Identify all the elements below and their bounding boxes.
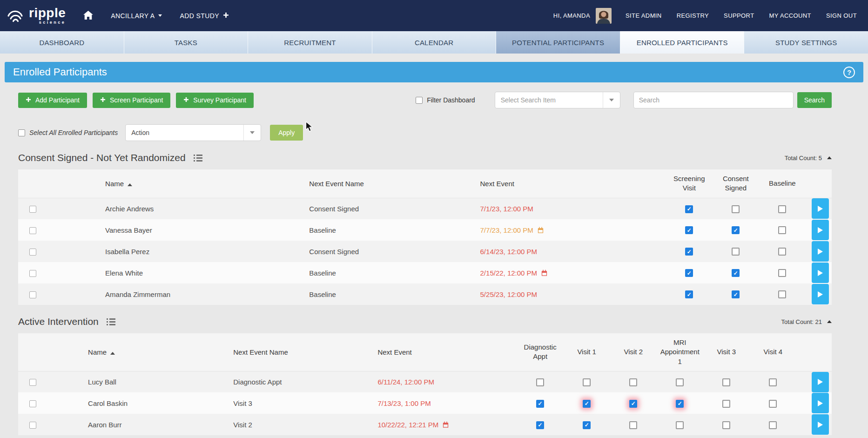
check-visit-4[interactable] — [769, 421, 777, 429]
row-select-checkbox[interactable] — [29, 422, 36, 429]
column-header-diagnostic-appt[interactable]: Diagnostic Appt — [517, 333, 564, 371]
check-baseline[interactable] — [778, 226, 786, 234]
check-visit-3[interactable] — [722, 378, 730, 386]
action-select[interactable]: Action — [125, 124, 261, 141]
open-participant-button[interactable] — [812, 414, 829, 435]
help-icon[interactable]: ? — [843, 67, 855, 78]
row-select-checkbox[interactable] — [29, 270, 36, 277]
user-avatar[interactable] — [596, 8, 612, 24]
column-header-next-event-name[interactable]: Next Event Name — [229, 333, 374, 371]
check-visit-4[interactable] — [769, 378, 777, 386]
row-select-checkbox[interactable] — [29, 400, 36, 407]
check-visit-1[interactable] — [583, 421, 591, 429]
screen-participant-button[interactable]: Screen Participant — [93, 93, 170, 108]
topnav-link-support[interactable]: SUPPORT — [724, 12, 754, 19]
check-baseline[interactable] — [778, 290, 786, 298]
filter-dashboard-toggle[interactable]: Filter Dashboard — [416, 96, 475, 104]
column-header-name[interactable]: Name — [87, 333, 229, 371]
check-visit-2[interactable] — [629, 421, 637, 429]
check-screening-visit[interactable] — [685, 269, 693, 277]
check-consent-signed[interactable] — [732, 269, 740, 277]
open-participant-button[interactable] — [812, 263, 829, 283]
check-screening-visit[interactable] — [685, 248, 693, 256]
open-participant-button[interactable] — [812, 198, 829, 219]
column-header-consent-signed[interactable]: Consent Signed — [713, 169, 759, 198]
select-all-checkbox[interactable] — [18, 129, 25, 136]
survey-participant-button[interactable]: Survey Participant — [176, 93, 254, 108]
check-visit-2[interactable] — [629, 400, 637, 408]
topnav-link-site-admin[interactable]: SITE ADMIN — [626, 12, 662, 19]
next-event-date[interactable]: 6/11/24, 12:00 PM — [377, 378, 434, 386]
add-participant-button[interactable]: Add Participant — [18, 93, 87, 108]
next-event-date[interactable]: 2/15/22, 12:00 PM — [480, 269, 548, 277]
check-visit-2[interactable] — [629, 378, 637, 386]
column-header-mri-appointment-1[interactable]: MRI Appointment 1 — [657, 333, 703, 371]
open-participant-button[interactable] — [812, 372, 829, 392]
column-header-next-event[interactable]: Next Event — [477, 169, 666, 198]
open-participant-button[interactable] — [812, 241, 829, 262]
search-button[interactable]: Search — [797, 92, 832, 108]
next-event-date[interactable]: 6/14/23, 12:00 PM — [480, 248, 538, 256]
topnav-link-my-account[interactable]: MY ACCOUNT — [769, 12, 811, 19]
check-screening-visit[interactable] — [685, 205, 693, 213]
list-menu-icon[interactable] — [194, 155, 202, 162]
add-study-button[interactable]: ADD STUDY — [180, 12, 229, 20]
study-dropdown[interactable]: ANCILLARY A — [111, 12, 162, 20]
next-event-date[interactable]: 7/7/23, 12:00 PM — [480, 226, 544, 234]
next-event-date[interactable]: 7/13/23, 1:00 PM — [377, 399, 431, 407]
check-screening-visit[interactable] — [685, 226, 693, 234]
row-select-checkbox[interactable] — [29, 206, 36, 213]
check-visit-3[interactable] — [722, 421, 730, 429]
check-screening-visit[interactable] — [685, 290, 693, 298]
next-event-date[interactable]: 5/25/23, 12:00 PM — [480, 290, 538, 298]
check-mri-appointment-1[interactable] — [676, 421, 684, 429]
tab-potential-participants[interactable]: POTENTIAL PARTICIPANTS — [496, 31, 620, 54]
check-visit-1[interactable] — [583, 378, 591, 386]
next-event-date[interactable]: 10/22/22, 12:21 PM — [377, 421, 449, 429]
check-diagnostic-appt[interactable] — [536, 378, 544, 386]
open-participant-button[interactable] — [812, 220, 829, 240]
open-participant-button[interactable] — [812, 284, 829, 304]
check-visit-1[interactable] — [583, 400, 591, 408]
column-header-screening-visit[interactable]: Screening Visit — [666, 169, 713, 198]
check-baseline[interactable] — [778, 205, 786, 213]
column-header-name[interactable]: Name — [104, 169, 305, 198]
column-header-visit-2[interactable]: Visit 2 — [610, 333, 657, 371]
check-baseline[interactable] — [778, 248, 786, 256]
search-item-select[interactable]: Select Search Item — [495, 92, 620, 108]
apply-button[interactable]: Apply — [270, 125, 303, 141]
check-diagnostic-appt[interactable] — [536, 421, 544, 429]
topnav-link-sign-out[interactable]: SIGN OUT — [826, 12, 857, 19]
check-mri-appointment-1[interactable] — [676, 400, 684, 408]
check-consent-signed[interactable] — [732, 226, 740, 234]
check-diagnostic-appt[interactable] — [536, 400, 544, 408]
search-input[interactable] — [633, 92, 794, 108]
tab-enrolled-participants[interactable]: ENROLLED PARTICIPANTS — [620, 31, 745, 54]
row-select-checkbox[interactable] — [29, 227, 36, 234]
row-select-checkbox[interactable] — [29, 291, 36, 298]
collapse-section-icon[interactable] — [827, 156, 832, 159]
select-all-toggle[interactable]: Select All Enrolled Participants — [18, 129, 118, 136]
open-participant-button[interactable] — [812, 393, 829, 413]
column-header-next-event-name[interactable]: Next Event Name — [305, 169, 476, 198]
column-header-baseline[interactable]: Baseline — [759, 169, 806, 198]
topnav-link-registry[interactable]: REGISTRY — [677, 12, 709, 19]
filter-dashboard-checkbox[interactable] — [416, 97, 423, 104]
check-consent-signed[interactable] — [732, 290, 740, 298]
row-select-checkbox[interactable] — [29, 249, 36, 256]
check-visit-3[interactable] — [722, 400, 730, 408]
next-event-date[interactable]: 7/1/23, 12:00 PM — [480, 205, 533, 213]
collapse-section-icon[interactable] — [827, 320, 832, 323]
tab-calendar[interactable]: CALENDAR — [372, 31, 497, 54]
column-header-visit-4[interactable]: Visit 4 — [750, 333, 796, 371]
list-menu-icon[interactable] — [107, 318, 115, 325]
row-select-checkbox[interactable] — [29, 379, 36, 386]
check-mri-appointment-1[interactable] — [676, 378, 684, 386]
check-consent-signed[interactable] — [732, 248, 740, 256]
home-button[interactable] — [83, 11, 93, 21]
check-visit-4[interactable] — [769, 400, 777, 408]
tab-dashboard[interactable]: DASHBOARD — [0, 31, 124, 54]
tab-tasks[interactable]: TASKS — [124, 31, 249, 54]
tab-study-settings[interactable]: STUDY SETTINGS — [744, 31, 868, 54]
tab-recruitment[interactable]: RECRUITMENT — [248, 31, 372, 54]
